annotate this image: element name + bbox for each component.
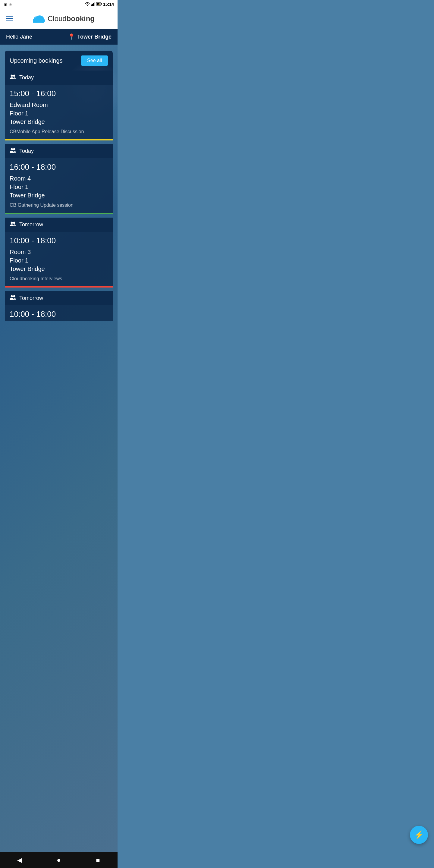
booking-floor-3: Floor 1 <box>10 256 108 265</box>
people-icon-3 <box>10 221 16 228</box>
hamburger-line <box>6 16 13 17</box>
booking-location-2: Tower Bridge <box>10 191 108 199</box>
cloud-logo-icon <box>32 14 45 23</box>
people-icon-4 <box>10 295 16 302</box>
menu-button[interactable] <box>5 15 14 23</box>
home-icon: ● <box>57 856 61 864</box>
booking-room-1: Edward Room <box>10 101 108 109</box>
hamburger-line <box>6 18 13 19</box>
svg-point-19 <box>13 222 16 224</box>
booking-card-body-1: 15:00 - 16:00 Edward Room Floor 1 Tower … <box>5 85 113 141</box>
content-area: Upcoming bookings See all Today 15:00 - … <box>0 44 118 852</box>
bookings-wrapper: Upcoming bookings See all Today 15:00 - … <box>5 51 113 325</box>
svg-point-20 <box>11 296 13 298</box>
booking-card-body-2: 16:00 - 18:00 Room 4 Floor 1 Tower Bridg… <box>5 158 113 214</box>
booking-card-3[interactable]: Tomorrow 10:00 - 18:00 Room 3 Floor 1 To… <box>5 218 113 287</box>
booking-day-1: Today <box>19 74 34 81</box>
location-name: Tower Bridge <box>77 34 112 40</box>
booking-description-1: CBMobile App Release Discussion <box>10 129 108 134</box>
app-header: Cloudbooking <box>0 8 118 29</box>
logo-area: Cloudbooking <box>14 14 113 23</box>
booking-time-4-partial: 10:00 - 18:00 <box>5 305 113 321</box>
greeting-text: Hello Jane <box>6 34 32 40</box>
svg-point-18 <box>11 222 13 224</box>
upcoming-title: Upcoming bookings <box>10 57 63 64</box>
booking-card-header-2: Today <box>5 144 113 158</box>
hamburger-line <box>6 21 13 22</box>
svg-point-21 <box>13 296 16 298</box>
people-icon <box>10 74 16 81</box>
wifi-icon <box>85 2 90 7</box>
battery-icon: ⚡ <box>96 2 102 7</box>
booking-description-3: Cloudbooking Interviews <box>10 276 108 281</box>
booking-time-3: 10:00 - 18:00 <box>10 236 108 245</box>
status-bar-right: ⚡ 15:14 <box>85 2 114 7</box>
location-pin-icon: 📍 <box>68 33 75 40</box>
booking-location-1: Tower Bridge <box>10 118 108 126</box>
svg-rect-12 <box>33 20 44 23</box>
booking-card-header-3: Tomorrow <box>5 218 113 232</box>
svg-point-17 <box>13 148 16 150</box>
svg-rect-1 <box>92 4 93 6</box>
location-info[interactable]: 📍 Tower Bridge <box>68 33 112 40</box>
booking-card-2[interactable]: Today 16:00 - 18:00 Room 4 Floor 1 Tower… <box>5 144 113 214</box>
booking-room-3: Room 3 <box>10 248 108 256</box>
booking-card-header-4: Tomorrow <box>5 291 113 305</box>
recent-nav-button[interactable]: ■ <box>91 854 104 867</box>
booking-status-bar-2 <box>5 213 113 214</box>
booking-day-4: Tomorrow <box>19 295 43 301</box>
status-bar: ▣ ◉ ⚡ 1 <box>0 0 118 8</box>
booking-card-4[interactable]: Tomorrow 10:00 - 18:00 <box>5 291 113 321</box>
svg-rect-3 <box>94 2 95 6</box>
booking-floor-1: Floor 1 <box>10 109 108 118</box>
svg-point-14 <box>11 75 13 77</box>
booking-card[interactable]: Today 15:00 - 16:00 Edward Room Floor 1 … <box>5 70 113 141</box>
see-all-button[interactable]: See all <box>81 56 108 66</box>
svg-point-16 <box>11 148 13 150</box>
booking-card-body-3: 10:00 - 18:00 Room 3 Floor 1 Tower Bridg… <box>5 232 113 287</box>
people-icon-2 <box>10 148 16 155</box>
booking-floor-2: Floor 1 <box>10 183 108 191</box>
upcoming-header: Upcoming bookings See all <box>5 51 113 70</box>
booking-status-bar-1 <box>5 139 113 141</box>
svg-point-13 <box>34 16 39 21</box>
sim-icon: ▣ <box>4 2 7 7</box>
home-nav-button[interactable]: ● <box>52 854 65 867</box>
booking-time-1: 15:00 - 16:00 <box>10 89 108 98</box>
svg-rect-0 <box>91 4 92 6</box>
bottom-nav: ◀ ● ■ <box>0 852 118 868</box>
booking-day-3: Tomorrow <box>19 221 43 228</box>
status-time: 15:14 <box>103 2 114 7</box>
booking-card-header: Today <box>5 70 113 85</box>
booking-room-2: Room 4 <box>10 174 108 183</box>
location-bar: Hello Jane 📍 Tower Bridge <box>0 29 118 44</box>
svg-rect-2 <box>93 3 94 6</box>
circle-icon: ◉ <box>9 2 12 6</box>
svg-rect-5 <box>101 3 102 4</box>
svg-text:⚡: ⚡ <box>98 3 100 5</box>
booking-status-bar-3 <box>5 286 113 287</box>
status-bar-left: ▣ ◉ <box>4 2 12 7</box>
signal-icon <box>91 2 95 7</box>
booking-description-2: CB Gathering Update session <box>10 203 108 208</box>
back-icon: ◀ <box>17 856 22 864</box>
logo-text: Cloudbooking <box>48 14 95 23</box>
booking-time-2: 16:00 - 18:00 <box>10 162 108 172</box>
booking-day-2: Today <box>19 148 34 154</box>
recent-icon: ■ <box>96 856 100 864</box>
booking-location-3: Tower Bridge <box>10 265 108 273</box>
back-nav-button[interactable]: ◀ <box>13 854 26 867</box>
svg-point-15 <box>13 75 16 77</box>
